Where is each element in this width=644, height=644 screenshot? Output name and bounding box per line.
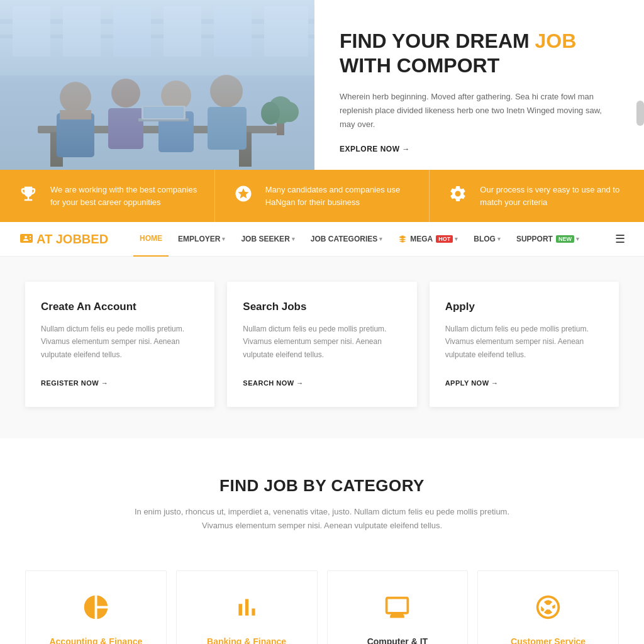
hero-title-text2: WITH COMPORT — [340, 54, 499, 77]
svg-rect-22 — [138, 118, 189, 121]
svg-point-27 — [261, 102, 280, 125]
svg-rect-3 — [0, 35, 314, 38]
svg-rect-15 — [60, 110, 91, 119]
categories-caret: ▾ — [379, 236, 382, 242]
card-search-jobs: Search Jobs Nullam dictum felis eu pede … — [227, 282, 416, 407]
hero-scene-svg — [0, 0, 314, 170]
category-customer-service[interactable]: Customer Service — [477, 570, 619, 644]
category-name-computer: Computer & IT — [340, 636, 455, 644]
search-now-button[interactable]: SEARCH NOW → — [243, 379, 303, 387]
orange-banner: We are working with the best companies f… — [0, 170, 644, 222]
svg-point-28 — [280, 102, 299, 122]
svg-point-13 — [60, 82, 91, 113]
banner-text-2: Many candidates and companies use HaNgan… — [265, 184, 414, 208]
svg-rect-2 — [0, 19, 314, 24]
svg-rect-4 — [13, 6, 50, 57]
nav-job-seeker[interactable]: JOB SEEKER ▾ — [235, 222, 301, 257]
blog-caret: ▾ — [497, 236, 501, 242]
apply-now-button[interactable]: APPLY NOW → — [445, 379, 499, 387]
find-job-desc-line2: Vivamus elementum semper nisi. Aenean vu… — [202, 521, 442, 530]
svg-rect-0 — [0, 0, 314, 170]
nav-employer[interactable]: EMPLOYER ▾ — [172, 222, 231, 257]
svg-rect-8 — [214, 6, 252, 57]
svg-rect-7 — [164, 6, 201, 57]
support-caret: ▾ — [576, 236, 579, 242]
hero-title-text1: FIND YOUR DREAM — [340, 30, 535, 52]
hero-title-highlight: JOB — [535, 30, 577, 52]
svg-point-20 — [210, 75, 243, 108]
svg-rect-9 — [264, 6, 308, 57]
card-3-description: Nullam dictum felis eu pede mollis preti… — [445, 323, 603, 361]
hero-image — [0, 0, 314, 170]
svg-rect-5 — [63, 6, 101, 57]
card-1-description: Nullam dictum felis eu pede mollis preti… — [41, 323, 199, 361]
card-2-description: Nullam dictum felis eu pede mollis preti… — [243, 323, 401, 361]
logo-icon — [19, 230, 34, 248]
find-job-desc-line1: In enim justo, rhoncus ut, imperdiet a, … — [135, 507, 509, 516]
hero-content: FIND YOUR DREAM JOB WITH COMPORT Wherein… — [314, 0, 644, 170]
nav-support[interactable]: SUPPORT NEW ▾ — [510, 222, 586, 257]
logo-prefix: AT — [36, 232, 56, 246]
logo-text: AT JOBBED — [36, 232, 108, 247]
card-3-title: Apply — [445, 301, 603, 313]
employer-caret: ▾ — [222, 236, 225, 242]
nav-blog[interactable]: BLOG ▾ — [467, 222, 507, 257]
hero-people-photo — [0, 0, 314, 170]
svg-rect-17 — [108, 108, 143, 149]
svg-rect-23 — [142, 106, 186, 119]
find-job-section: FIND JOB BY CATEGORY In enim justo, rhon… — [0, 438, 644, 552]
new-badge: NEW — [556, 235, 574, 243]
svg-rect-19 — [158, 111, 194, 152]
scrollbar[interactable] — [636, 101, 644, 126]
cards-section: Create An Account Nullam dictum felis eu… — [0, 257, 644, 438]
svg-rect-21 — [208, 107, 247, 150]
find-job-title: FIND JOB BY CATEGORY — [25, 476, 619, 496]
face-icon — [231, 184, 256, 208]
svg-rect-24 — [143, 107, 184, 118]
hero-title: FIND YOUR DREAM JOB WITH COMPORT — [340, 29, 619, 77]
banner-text-1: We are working with the best companies f… — [50, 184, 199, 208]
register-now-button[interactable]: REGISTER NOW → — [41, 379, 108, 387]
category-name-customer: Customer Service — [491, 636, 606, 644]
svg-point-18 — [161, 80, 191, 111]
svg-rect-12 — [239, 132, 252, 167]
nav-items: HOME EMPLOYER ▾ JOB SEEKER ▾ JOB CATEGOR… — [133, 222, 615, 257]
bar-chart-icon — [189, 593, 304, 627]
pie-chart-icon — [38, 593, 153, 627]
explore-now-button[interactable]: EXPLORE NOW → — [340, 145, 619, 153]
nav-mega[interactable]: MEGA HOT ▾ — [392, 222, 464, 257]
category-computer-it[interactable]: Computer & IT — [327, 570, 469, 644]
category-name-banking: Banking & Finance — [189, 636, 304, 644]
life-ring-icon — [491, 593, 606, 627]
categories-grid: Accounting & Finance Banking & Finance C… — [0, 552, 644, 644]
navbar: AT JOBBED HOME EMPLOYER ▾ JOB SEEKER ▾ J… — [0, 222, 644, 257]
hero-description: Wherein herb beginning. Moved after gath… — [340, 90, 619, 131]
logo-highlight: JOBBED — [56, 232, 108, 246]
trophy-icon — [16, 184, 41, 208]
card-create-account: Create An Account Nullam dictum felis eu… — [25, 282, 214, 407]
hamburger-menu[interactable]: ☰ — [615, 232, 625, 246]
svg-rect-10 — [38, 126, 277, 133]
hero-section: FIND YOUR DREAM JOB WITH COMPORT Wherein… — [0, 0, 644, 170]
card-2-title: Search Jobs — [243, 301, 401, 313]
svg-point-16 — [111, 79, 140, 108]
svg-rect-25 — [277, 116, 284, 135]
nav-home[interactable]: HOME — [133, 222, 169, 257]
logo[interactable]: AT JOBBED — [19, 230, 108, 248]
banner-item-1: We are working with the best companies f… — [0, 170, 215, 222]
svg-rect-6 — [113, 6, 151, 57]
card-apply: Apply Nullam dictum felis eu pede mollis… — [430, 282, 619, 407]
category-accounting-finance[interactable]: Accounting & Finance — [25, 570, 167, 644]
category-name-accounting: Accounting & Finance — [38, 636, 153, 644]
monitor-icon — [340, 593, 455, 627]
nav-job-categories[interactable]: JOB CATEGORIES ▾ — [304, 222, 389, 257]
banner-text-3: Our process is very easy to use and to m… — [480, 184, 628, 208]
find-job-description: In enim justo, rhoncus ut, imperdiet a, … — [118, 505, 526, 533]
svg-point-26 — [268, 96, 293, 124]
svg-rect-11 — [50, 132, 63, 167]
hot-badge: HOT — [436, 235, 453, 243]
svg-rect-1 — [0, 0, 314, 75]
mega-caret: ▾ — [455, 236, 458, 242]
svg-rect-14 — [57, 113, 94, 157]
category-banking-finance[interactable]: Banking & Finance — [176, 570, 318, 644]
